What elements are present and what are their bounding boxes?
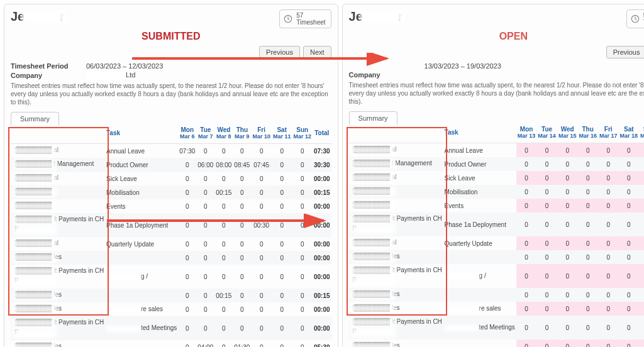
time-cell: 0	[598, 171, 619, 185]
time-cell: 0	[214, 172, 233, 185]
timesheet-table: TaskMonMar 13TueMar 14WedMar 15ThuMar 16…	[349, 124, 644, 347]
time-cell: 0	[292, 265, 313, 289]
time-cell: 0	[292, 185, 313, 199]
time-cell: 0	[516, 199, 537, 212]
time-cell: 0	[557, 302, 578, 316]
row-total: 00:15	[313, 289, 331, 302]
time-cell: 0	[557, 185, 578, 199]
time-cell: 0	[292, 316, 313, 340]
day-header: SatMar 11	[272, 124, 292, 144]
table-row: [████████ les004:00001:3000005:30	[11, 340, 331, 347]
task-header: Task	[443, 124, 516, 143]
table-row: [████████ alAnnual Leave000000000:00	[349, 143, 644, 158]
next-button[interactable]: Next	[303, 46, 331, 58]
time-cell: 0	[536, 339, 557, 347]
time-cell: 0	[598, 316, 619, 339]
time-cell: 0	[251, 340, 272, 347]
time-cell: 0	[214, 251, 233, 265]
timesheet-badge: 57 Timesheet	[626, 9, 644, 28]
total-header: Total	[313, 124, 331, 144]
time-cell: 0	[557, 316, 578, 339]
previous-button[interactable]: Previous	[606, 46, 644, 58]
time-cell: 0	[536, 199, 557, 212]
time-cell: 0	[214, 199, 233, 213]
time-cell: 0	[233, 199, 251, 213]
table-row: [████████ it Payments in CH –Pg /0000000…	[349, 264, 644, 288]
time-cell: 0	[618, 143, 639, 158]
timesheet-table: TaskMonMar 6TueMar 7WedMar 8ThuMar 9FriM…	[11, 124, 331, 347]
time-cell: 0	[639, 199, 644, 212]
time-cell: 0	[536, 212, 557, 236]
time-cell: 0	[536, 236, 557, 250]
time-cell: 0	[639, 143, 644, 158]
row-total: 00:00	[313, 316, 331, 340]
time-cell: 0	[292, 302, 313, 316]
time-cell: 0	[251, 316, 272, 340]
timesheet-panel-left: Je r 57 Timesheet SUBMITTED Previous Nex…	[4, 4, 338, 347]
previous-button[interactable]: Previous	[259, 46, 300, 58]
task-cell	[105, 289, 178, 302]
time-cell: 0	[536, 185, 557, 199]
note-text: Timesheet entries must reflect how time …	[11, 82, 331, 106]
table-row: [████████ t ManagementProduct Owner00000…	[349, 157, 644, 171]
time-cell: 0	[178, 199, 196, 213]
time-cell: 0	[251, 172, 272, 185]
time-cell: 0	[272, 199, 292, 213]
day-header: ThuMar 16	[577, 124, 598, 143]
time-cell: 0	[196, 265, 214, 289]
task-cell: g /	[443, 264, 516, 288]
time-cell: 0	[214, 302, 233, 316]
task-cell: re sales	[105, 302, 178, 316]
table-row: [████████ it Payments in CH –Pg /0000000…	[11, 265, 331, 289]
clock-icon	[631, 14, 640, 23]
time-cell: 0	[251, 265, 272, 289]
time-cell: 0	[618, 264, 639, 288]
time-cell: 0	[292, 172, 313, 185]
day-header: WedMar 8	[214, 124, 233, 144]
time-cell: 0	[618, 288, 639, 302]
time-cell: 0	[196, 213, 214, 237]
time-cell: 0	[292, 340, 313, 347]
time-cell: 0	[618, 185, 639, 199]
time-cell: 0	[598, 339, 619, 347]
task-cell: Sick Leave	[443, 171, 516, 185]
table-row: [████████ les0000:15000000:15	[11, 289, 331, 302]
time-cell: 0	[196, 199, 214, 213]
time-cell: 0	[292, 237, 313, 251]
time-cell: 0	[516, 236, 537, 250]
time-cell: 0	[618, 171, 639, 185]
tab-summary[interactable]: Summary	[11, 112, 59, 125]
time-cell: 0	[639, 250, 644, 264]
time-cell: 0	[577, 236, 598, 250]
time-cell: 0	[516, 185, 537, 199]
day-header: SunMar 12	[292, 124, 313, 144]
time-cell: 0	[639, 157, 644, 171]
day-header: SatMar 18	[618, 124, 639, 143]
time-cell: 04:00	[196, 340, 214, 347]
note-text: Timesheet entries must reflect how time …	[349, 81, 644, 106]
time-cell: 0	[292, 251, 313, 265]
time-cell: 0	[536, 264, 557, 288]
tab-summary[interactable]: Summary	[349, 111, 397, 124]
time-cell: 0	[598, 212, 619, 236]
row-total: 00:00	[313, 172, 331, 185]
user-name: Je r	[349, 9, 403, 24]
row-total: 00:00	[313, 251, 331, 265]
time-cell: 0	[618, 212, 639, 236]
day-header: ThuMar 9	[233, 124, 251, 144]
time-cell: 0	[598, 185, 619, 199]
timesheet-panel-right: Je r 57 Timesheet OPEN Previous Next 13/…	[342, 4, 644, 347]
status-label: SUBMITTED	[11, 31, 331, 42]
time-cell: 0	[251, 237, 272, 251]
time-cell: 0	[178, 265, 196, 289]
time-cell: 0	[577, 157, 598, 171]
time-cell: 0	[516, 339, 537, 347]
table-row: [████████ les000000000:00	[349, 250, 644, 264]
time-cell: 0	[178, 185, 196, 199]
row-total: 07:30	[313, 144, 331, 158]
time-cell: 0	[272, 213, 292, 237]
table-row: [████████ les000000000:00	[349, 339, 644, 347]
time-cell: 0	[272, 316, 292, 340]
badge-label: Timesheet	[296, 19, 325, 26]
time-cell: 07:45	[251, 158, 272, 172]
